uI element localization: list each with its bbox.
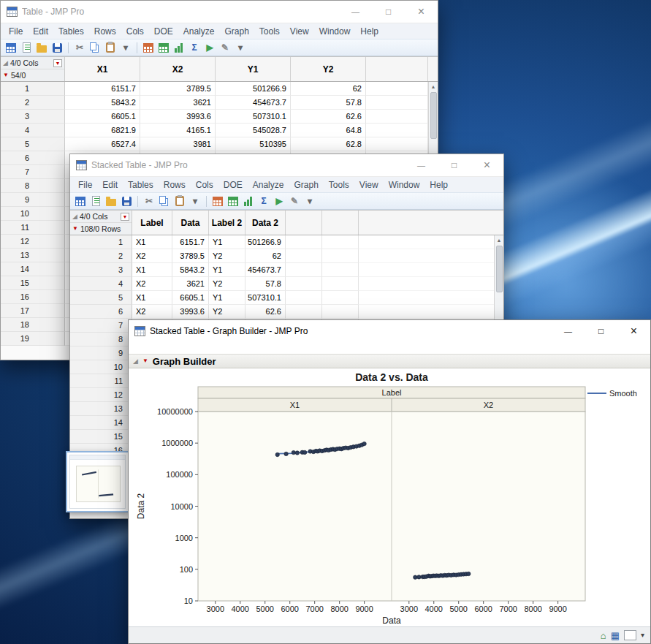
menu-item-rows[interactable]: Rows (159, 177, 191, 193)
column-header-label-2[interactable]: Label 2 (209, 211, 245, 235)
row-number[interactable]: 10 (70, 360, 132, 374)
legend-label[interactable]: Smooth (609, 389, 637, 398)
paste-icon[interactable] (173, 194, 186, 208)
cell[interactable] (366, 124, 428, 137)
menu-item-analyze[interactable]: Analyze (248, 177, 289, 193)
maximize-button[interactable]: □ (372, 1, 405, 23)
cell[interactable]: 62.8 (291, 137, 366, 151)
row-number[interactable]: 18 (1, 318, 65, 332)
run-script-icon[interactable]: ▶ (203, 41, 216, 54)
cell[interactable]: 507310.1 (216, 110, 291, 124)
cell[interactable]: X1 (132, 291, 172, 305)
red-triangle-menu-icon[interactable]: ▼ (121, 213, 129, 221)
cell[interactable]: 4165.1 (140, 124, 216, 137)
row-number[interactable]: 1 (1, 82, 65, 96)
paste-icon[interactable] (104, 41, 117, 54)
row-number[interactable]: 14 (70, 416, 132, 430)
row-number[interactable]: 8 (1, 179, 65, 193)
sum-icon[interactable]: Σ (257, 194, 270, 208)
copy-icon[interactable] (88, 41, 102, 54)
column-header-empty[interactable] (286, 211, 322, 235)
paste-caret-icon[interactable]: ▾ (119, 41, 132, 54)
sum-icon[interactable]: Σ (188, 41, 201, 54)
row-number[interactable]: 8 (70, 333, 132, 346)
row-number[interactable]: 4 (1, 124, 65, 137)
maximize-button[interactable]: □ (438, 154, 471, 176)
home-icon[interactable]: ⌂ (601, 631, 606, 640)
cell[interactable] (366, 96, 428, 110)
disclosure-icon[interactable]: ◢ (72, 213, 77, 220)
row-number[interactable]: 6 (1, 151, 65, 165)
cell[interactable] (366, 82, 428, 96)
menu-item-doe[interactable]: DOE (149, 23, 178, 39)
graph-builder-header[interactable]: ◢ ▼ Graph Builder (129, 354, 650, 368)
data-table-icon[interactable]: ▦ (611, 631, 620, 640)
titlebar[interactable]: Stacked Table - Graph Builder - JMP Pro … (129, 320, 650, 342)
cell[interactable]: 6605.1 (172, 291, 209, 305)
table-orange-icon[interactable] (142, 41, 155, 54)
cell[interactable]: Y1 (209, 263, 245, 277)
cell[interactable]: 501266.9 (216, 82, 291, 96)
menu-item-help[interactable]: Help (425, 177, 453, 193)
menu-item-view[interactable]: View (354, 177, 384, 193)
scroll-up-icon[interactable]: ▲ (429, 82, 438, 91)
row-number[interactable]: 5 (70, 291, 132, 305)
column-header-x1[interactable]: X1 (65, 57, 140, 81)
cell[interactable]: 5843.2 (172, 263, 209, 277)
disclosure-icon[interactable]: ◢ (133, 358, 138, 365)
menu-item-edit[interactable]: Edit (28, 23, 53, 39)
row-number[interactable]: 3 (1, 110, 65, 124)
columns-panel[interactable]: ◢4/0 Cols▼ (1, 57, 64, 69)
cell[interactable]: Y1 (209, 235, 245, 249)
titlebar[interactable]: Stacked Table - JMP Pro — □ × (70, 154, 503, 176)
close-button[interactable]: × (471, 154, 503, 176)
row-number[interactable]: 7 (70, 319, 132, 333)
cell[interactable]: X2 (132, 249, 172, 263)
cell[interactable] (366, 110, 428, 124)
cell[interactable]: 3993.6 (172, 305, 209, 319)
cell[interactable]: 64.8 (291, 124, 366, 137)
row-number[interactable]: 2 (1, 96, 65, 110)
column-header-y1[interactable]: Y1 (216, 57, 291, 81)
cell[interactable]: 62 (291, 82, 366, 96)
cell[interactable]: 3789.5 (172, 249, 209, 263)
cut-icon[interactable]: ✂ (142, 194, 156, 208)
row-number[interactable]: 6 (70, 305, 132, 319)
minimize-button[interactable]: — (339, 1, 372, 23)
menu-item-graph[interactable]: Graph (289, 177, 323, 193)
cell[interactable]: 5843.2 (65, 96, 140, 110)
red-triangle-menu-icon[interactable]: ▼ (72, 226, 78, 232)
menu-item-help[interactable]: Help (355, 23, 384, 39)
cell[interactable]: Y1 (209, 291, 245, 305)
scrollbar-thumb[interactable] (496, 246, 503, 292)
cell[interactable]: 3993.6 (140, 110, 216, 124)
chart-bars-icon[interactable] (242, 194, 255, 208)
scrollbar-thumb[interactable] (430, 92, 437, 139)
menu-item-rows[interactable]: Rows (89, 23, 121, 39)
cell[interactable] (322, 305, 359, 319)
menu-item-tools[interactable]: Tools (324, 177, 354, 193)
titlebar[interactable]: Table - JMP Pro — □ × (1, 1, 438, 23)
cell[interactable]: X2 (132, 277, 172, 291)
cell[interactable]: 57.8 (291, 96, 366, 110)
row-number[interactable]: 15 (1, 276, 65, 290)
cell[interactable]: X2 (132, 305, 172, 319)
minimize-button[interactable]: — (552, 320, 585, 342)
cell[interactable] (322, 235, 359, 249)
cell[interactable]: 62 (245, 249, 286, 263)
column-header-empty[interactable] (322, 211, 359, 235)
minimize-button[interactable]: — (405, 154, 438, 176)
menu-item-doe[interactable]: DOE (218, 177, 248, 193)
cell[interactable]: 510395 (216, 137, 291, 151)
row-number[interactable]: 3 (70, 263, 132, 277)
row-number[interactable]: 14 (1, 262, 65, 276)
cell[interactable]: X1 (132, 235, 172, 249)
table-orange-icon[interactable] (211, 194, 224, 208)
column-header-label[interactable]: Label (132, 211, 172, 235)
scroll-up-icon[interactable]: ▲ (495, 235, 503, 245)
row-number[interactable]: 5 (1, 137, 65, 151)
run-script-icon[interactable]: ▶ (273, 194, 286, 208)
cell[interactable]: 6527.4 (65, 137, 140, 151)
cell[interactable] (286, 291, 322, 305)
column-header-data-2[interactable]: Data 2 (245, 211, 286, 235)
